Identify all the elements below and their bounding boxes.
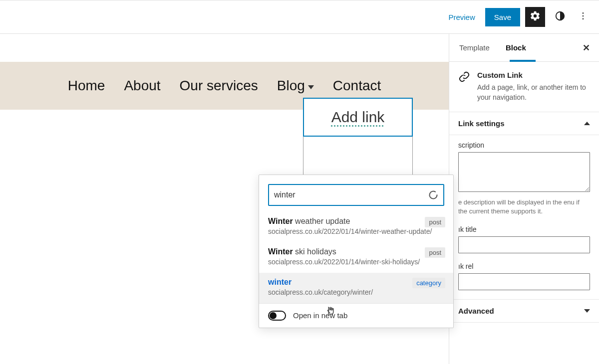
result-url: socialpress.co.uk/category/winter/ [268,288,444,297]
settings-sidebar: Template Block ✕ Custom Link Add a page,… [449,34,599,364]
spinner-icon [428,190,438,200]
settings-button[interactable] [525,7,545,27]
tab-template[interactable]: Template [458,43,491,52]
save-button[interactable]: Save [485,8,520,26]
styles-contrast-button[interactable] [550,7,570,27]
close-icon: ✕ [583,43,590,53]
kebab-icon [578,11,588,23]
submenu-outline [303,137,413,175]
preview-button[interactable]: Preview [443,9,480,25]
search-result[interactable]: winter socialpress.co.uk/category/winter… [259,273,453,303]
chevron-up-icon [584,122,590,125]
svg-point-1 [583,12,584,14]
toggle-knob [270,312,277,319]
result-url: socialpress.co.uk/2022/01/14/winter-ski-… [268,257,444,267]
link-settings-accordion[interactable]: Link settings [449,112,599,135]
link-search-field-wrapper [268,184,444,206]
contrast-icon [555,10,566,23]
close-sidebar-button[interactable]: ✕ [583,42,590,53]
open-new-tab-row: Open in new tab [259,303,453,328]
nav-item-blog[interactable]: Blog [277,78,314,94]
link-title-input[interactable] [458,236,590,253]
link-search-popover: Winter weather update socialpress.co.uk/… [259,175,454,328]
nav-item-home[interactable]: Home [68,78,105,94]
block-info-section: Custom Link Add a page, link, or another… [449,62,599,112]
description-help-text: e description will be displayed in the e… [458,198,590,217]
result-url: socialpress.co.uk/2022/01/14/winter-weat… [268,227,444,236]
description-textarea[interactable] [458,152,590,192]
link-rel-field-label: ık rel [458,262,590,270]
link-rel-input[interactable] [458,273,590,290]
add-link-block[interactable]: Add link [303,98,413,137]
nav-item-about[interactable]: About [124,78,160,94]
open-new-tab-label: Open in new tab [293,311,347,320]
link-search-input[interactable] [274,190,428,199]
description-field-label: scription [458,141,590,149]
editor-topbar: Preview Save [0,0,599,34]
gear-icon [530,10,541,23]
link-title-field-label: ık title [458,225,590,233]
nav-item-services[interactable]: Our services [180,78,258,94]
result-type-badge: post [425,217,445,227]
advanced-accordion[interactable]: Advanced [449,300,599,323]
sidebar-tabs: Template Block ✕ [449,34,599,62]
add-link-label: Add link [331,109,385,126]
result-title: Winter weather update [268,217,444,226]
accordion-title: Advanced [458,307,494,315]
nav-item-label: Blog [277,78,305,94]
result-type-badge: category [412,278,445,288]
svg-point-3 [583,18,584,19]
search-result[interactable]: Winter ski holidays socialpress.co.uk/20… [259,242,453,273]
svg-point-2 [583,15,584,17]
chevron-down-icon [584,309,590,313]
nav-item-contact[interactable]: Contact [333,78,381,94]
block-description: Add a page, link, or another item to you… [477,82,590,103]
result-title: Winter ski holidays [268,247,444,256]
kebab-menu-button[interactable] [575,7,591,27]
active-tab-indicator [510,60,536,62]
editor-canvas: Home About Our services Blog Contact Add… [0,34,449,364]
tab-block[interactable]: Block [505,43,527,52]
open-new-tab-toggle[interactable] [268,311,286,321]
custom-link-icon [458,71,470,85]
accordion-title: Link settings [458,119,505,128]
chevron-down-icon [308,85,314,89]
link-settings-body: scription e description will be displaye… [449,135,599,300]
block-name: Custom Link [477,71,590,79]
search-result[interactable]: Winter weather update socialpress.co.uk/… [259,212,453,242]
result-type-badge: post [425,247,445,258]
